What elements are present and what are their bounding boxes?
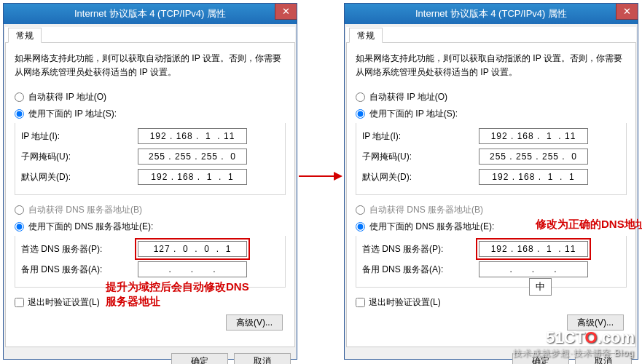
advanced-button[interactable]: 高级(V)... — [226, 314, 283, 331]
tab-panel: 如果网络支持此功能，则可以获取自动指派的 IP 设置。否则，你需要从网络系统管理… — [346, 43, 636, 347]
titlebar: Internet 协议版本 4 (TCP/IPv4) 属性 ✕ — [345, 4, 638, 24]
radio-manual-ip-input[interactable] — [15, 109, 24, 119]
description-text: 如果网络支持此功能，则可以获取自动指派的 IP 设置。否则，你需要从网络系统管理… — [15, 52, 286, 79]
subnet-mask-label: 子网掩码(U): — [21, 151, 138, 163]
radio-auto-dns[interactable]: 自动获得 DNS 服务器地址(B) — [356, 204, 627, 216]
radio-manual-dns[interactable]: 使用下面的 DNS 服务器地址(E): — [15, 221, 286, 233]
ip-address-field[interactable] — [479, 128, 588, 144]
content-area: 常规 如果网络支持此功能，则可以获取自动指派的 IP 设置。否则，你需要从网络系… — [4, 24, 297, 359]
dialog-buttons: 确定 取消 — [5, 353, 295, 364]
title-text: Internet 协议版本 4 (TCP/IPv4) 属性 — [4, 7, 297, 20]
dns-alt-field[interactable] — [138, 261, 247, 277]
dns-alt-label: 备用 DNS 服务器(A): — [362, 264, 479, 276]
annotation-right: 修改为正确的DNS地址 — [536, 217, 642, 232]
radio-auto-dns-input[interactable] — [356, 205, 365, 215]
gateway-label: 默认网关(D): — [21, 171, 138, 183]
radio-auto-ip[interactable]: 自动获得 IP 地址(O) — [356, 91, 627, 103]
dns-primary-label: 首选 DNS 服务器(P): — [362, 243, 479, 256]
subnet-mask-label: 子网掩码(U): — [362, 151, 479, 163]
radio-manual-dns-input[interactable] — [15, 222, 24, 232]
tab-general[interactable]: 常规 — [8, 28, 42, 43]
ip-fields: IP 地址(I): 子网掩码(U): 默认网关(D): — [356, 123, 627, 195]
cancel-button[interactable]: 取消 — [234, 353, 291, 364]
watermark-text-1b: .com — [598, 328, 635, 347]
radio-auto-ip-label: 自动获得 IP 地址(O) — [369, 91, 447, 103]
title-text: Internet 协议版本 4 (TCP/IPv4) 属性 — [345, 7, 638, 20]
radio-auto-ip-input[interactable] — [15, 92, 24, 102]
validate-checkbox[interactable] — [15, 298, 24, 307]
radio-manual-ip-label: 使用下面的 IP 地址(S): — [369, 108, 458, 120]
validate-checkbox[interactable] — [356, 298, 365, 307]
tabstrip: 常规 — [5, 27, 295, 43]
tabstrip: 常规 — [346, 27, 636, 43]
gateway-label: 默认网关(D): — [362, 171, 479, 183]
radio-manual-dns-label: 使用下面的 DNS 服务器地址(E): — [369, 221, 494, 233]
ime-candidate-box: 中 — [529, 278, 552, 296]
watermark: 51CTO.com 技术成就梦想·技术博客 Blog — [513, 328, 635, 360]
subnet-mask-field[interactable] — [479, 149, 588, 165]
ip-address-field[interactable] — [138, 128, 247, 144]
radio-auto-dns-label: 自动获得 DNS 服务器地址(B) — [28, 204, 142, 216]
subnet-mask-field[interactable] — [138, 149, 247, 165]
radio-manual-ip[interactable]: 使用下面的 IP 地址(S): — [15, 108, 286, 120]
close-button[interactable]: ✕ — [616, 4, 638, 20]
dns-primary-field[interactable] — [138, 241, 247, 257]
gateway-field[interactable] — [138, 169, 247, 185]
radio-manual-dns-input[interactable] — [356, 222, 365, 232]
ip-fields: IP 地址(I): 子网掩码(U): 默认网关(D): — [15, 123, 286, 195]
validate-checkbox-label: 退出时验证设置(L) — [28, 296, 100, 309]
dns-fields: 首选 DNS 服务器(P): 备用 DNS 服务器(A): — [356, 236, 627, 288]
validate-checkbox-label: 退出时验证设置(L) — [369, 296, 441, 309]
radio-auto-dns-input[interactable] — [15, 205, 24, 215]
radio-auto-ip-input[interactable] — [356, 92, 365, 102]
arrow-icon — [299, 169, 342, 183]
content-area: 常规 如果网络支持此功能，则可以获取自动指派的 IP 设置。否则，你需要从网络系… — [345, 24, 638, 359]
radio-auto-ip[interactable]: 自动获得 IP 地址(O) — [15, 91, 286, 103]
svg-marker-1 — [334, 172, 342, 181]
ip-addr-label: IP 地址(I): — [21, 130, 138, 143]
ip-addr-label: IP 地址(I): — [362, 130, 479, 143]
dns-alt-field[interactable] — [479, 261, 588, 277]
watermark-text-1o: O — [585, 328, 598, 347]
dns-primary-field[interactable] — [479, 241, 588, 257]
dns-primary-label: 首选 DNS 服务器(P): — [21, 243, 138, 256]
gateway-field[interactable] — [479, 169, 588, 185]
ok-button[interactable]: 确定 — [171, 353, 228, 364]
tcpip-dialog-after: Internet 协议版本 4 (TCP/IPv4) 属性 ✕ 常规 如果网络支… — [344, 3, 638, 360]
radio-manual-ip[interactable]: 使用下面的 IP 地址(S): — [356, 108, 627, 120]
radio-auto-ip-label: 自动获得 IP 地址(O) — [28, 91, 106, 103]
close-button[interactable]: ✕ — [275, 4, 297, 20]
dns-alt-label: 备用 DNS 服务器(A): — [21, 264, 138, 276]
radio-manual-dns-label: 使用下面的 DNS 服务器地址(E): — [28, 221, 153, 233]
validate-checkbox-row[interactable]: 退出时验证设置(L) — [356, 296, 627, 309]
description-text: 如果网络支持此功能，则可以获取自动指派的 IP 设置。否则，你需要从网络系统管理… — [356, 52, 627, 79]
radio-auto-dns[interactable]: 自动获得 DNS 服务器地址(B) — [15, 204, 286, 216]
radio-auto-dns-label: 自动获得 DNS 服务器地址(B) — [369, 204, 483, 216]
tab-general[interactable]: 常规 — [349, 28, 383, 43]
radio-manual-ip-input[interactable] — [356, 109, 365, 119]
radio-manual-ip-label: 使用下面的 IP 地址(S): — [28, 108, 117, 120]
watermark-text-2: 技术成就梦想·技术博客 Blog — [513, 347, 635, 360]
watermark-text-1a: 51CT — [546, 328, 584, 347]
annotation-left: 提升为域控后会自动修改DNS服务器地址 — [106, 280, 251, 308]
titlebar: Internet 协议版本 4 (TCP/IPv4) 属性 ✕ — [4, 4, 297, 24]
